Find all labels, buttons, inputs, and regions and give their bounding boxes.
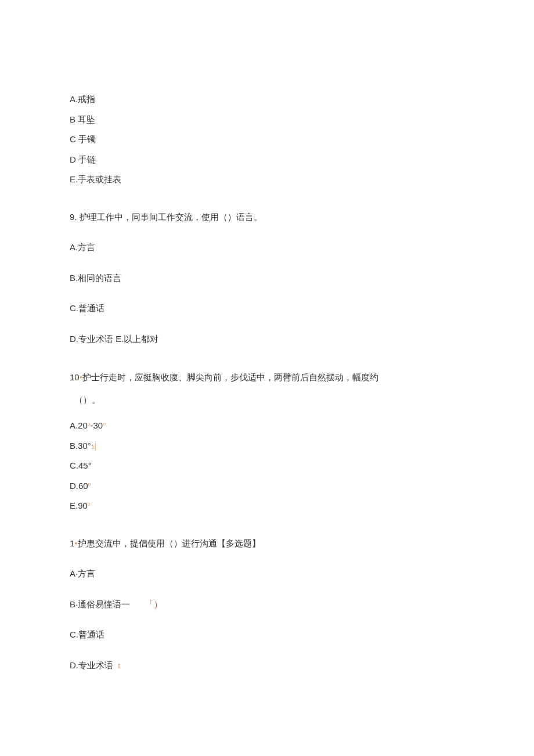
q1-b-mark: 「） (145, 598, 163, 611)
q10-opt-a: A.20º-30º (70, 419, 464, 433)
q10-opt-d: D.60º (70, 480, 464, 493)
q8-opt-e: E.手表或挂表 (70, 173, 464, 186)
q1-b-text: B·通俗易懂语一 (70, 599, 130, 609)
q9-stem: 9. 护理工作中，同事间工作交流，使用（）语言。 (70, 211, 464, 224)
q10-a-mid: -30 (91, 420, 103, 430)
q10-e-deg: º (88, 501, 91, 510)
q10-a-deg2: º (103, 421, 106, 430)
q1-opt-a: A·方言 (70, 567, 464, 581)
q9-opt-b: B.相同的语言 (70, 272, 464, 285)
q10-prefix: 10 (70, 372, 80, 382)
q10-options-block: A.20º-30º B.30°₁| C.45° D.60º E.90º (70, 419, 464, 513)
q10-opt-e: E.90º (70, 499, 464, 513)
q1-d-mark: t (118, 661, 120, 670)
q10-stem-line2: （）。 (70, 394, 464, 407)
q1-tag: 【多选题】 (217, 538, 261, 548)
q8-opt-d: D 手链 (70, 153, 464, 167)
q8-options-block: A.戒指 B 耳坠 C 手镯 D 手链 E.手表或挂表 (70, 93, 464, 186)
q1-stem-text: 护患交流中，提倡使用（）进行沟通 (78, 538, 217, 548)
q10-b-sub: ₁| (91, 441, 96, 451)
q9-opt-c: C.普通话 (70, 302, 464, 315)
q9-options-block: A.方言 B.相同的语言 C.普通话 D.专业术语 E.以上都对 (70, 241, 464, 345)
q10-d-pre: D.60 (70, 481, 88, 491)
q10-stem-text1: 护士行走时，应挺胸收腹、脚尖向前，步伐适中，两臂前后自然摆动，幅度约 (82, 372, 378, 382)
q9-opt-d: D.专业术语 E.以上都对 (70, 333, 464, 346)
q1-stem: 1•护患交流中，提倡使用（）进行沟通【多选题】 (70, 537, 464, 550)
q1-opt-d: D.专业术语 t (70, 659, 464, 672)
q1-d-text: D.专业术语 (70, 660, 113, 670)
q9-opt-a: A.方言 (70, 241, 464, 254)
q10-opt-b: B.30°₁| (70, 440, 464, 453)
q10-b-pre: B.30° (70, 441, 91, 451)
q8-opt-c: C 手镯 (70, 133, 464, 146)
q1-opt-b: B·通俗易懂语一 「） (70, 598, 464, 611)
q10-opt-c: C.45° (70, 459, 464, 473)
q1-opt-c: C.普通话 (70, 628, 464, 642)
q8-opt-a: A.戒指 (70, 93, 464, 106)
q10-stem-line1: 10•护士行走时，应挺胸收腹、脚尖向前，步伐适中，两臂前后自然摆动，幅度约 (70, 371, 464, 384)
q10-e-pre: E.90 (70, 501, 88, 510)
q10-a-pre: A.20 (70, 420, 88, 430)
q10-d-deg: º (88, 481, 91, 491)
q8-opt-b: B 耳坠 (70, 113, 464, 127)
q1-options-block: A·方言 B·通俗易懂语一 「） C.普通话 D.专业术语 t (70, 567, 464, 672)
